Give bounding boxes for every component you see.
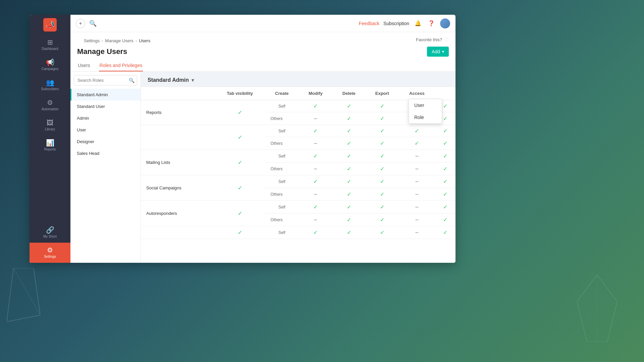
roles-search-wrap: 🔍 — [70, 72, 141, 89]
export-cell: – — [399, 214, 435, 226]
role-item-user[interactable]: User — [70, 124, 141, 136]
sidebar: 📣 ⊞ Dashboard 📢 Campaigns 👥 Subscribers … — [30, 15, 70, 263]
row-type: Self — [265, 100, 299, 112]
app-logo[interactable]: 📣 — [43, 18, 57, 32]
modify-cell: ✓ — [333, 137, 366, 150]
create-cell: – — [299, 214, 332, 226]
tabs: Users Roles and Privileges — [70, 60, 455, 72]
page-title: Manage Users — [77, 47, 127, 56]
row-type: Self — [265, 125, 299, 137]
modify-cell: ✓ — [333, 188, 366, 201]
table-row: ✓Self✓✓✓–✓ — [141, 226, 455, 239]
role-item-standard-user[interactable]: Standard User — [70, 101, 141, 112]
delete-cell: ✓ — [365, 188, 399, 201]
table-row: Autoresponders✓Self✓✓✓–✓ — [141, 201, 455, 214]
sidebar-item-settings[interactable]: ⚙ Settings — [30, 243, 70, 263]
favorite-area: Favorite this? ♡ — [416, 37, 449, 43]
add-button[interactable]: Add ▾ — [427, 47, 449, 57]
add-dropdown-user[interactable]: User — [409, 99, 442, 111]
add-dropdown-role[interactable]: Role — [409, 111, 442, 123]
create-cell: ✓ — [299, 125, 332, 137]
heart-icon[interactable]: ♡ — [444, 37, 449, 43]
access-cell: ✓ — [435, 201, 455, 214]
sidebar-item-campaigns[interactable]: 📢 Campaigns — [30, 55, 70, 75]
col-delete: Delete — [333, 87, 366, 100]
roles-panel: 🔍 Standard Admin Standard User Admin Use… — [70, 72, 141, 263]
add-button-topbar[interactable]: + — [76, 19, 85, 28]
svg-line-1 — [13, 268, 40, 315]
role-header: Standard Admin ▾ — [141, 72, 455, 87]
role-item-designer[interactable]: Designer — [70, 136, 141, 147]
delete-cell: ✓ — [365, 226, 399, 239]
row-type: Others — [265, 214, 299, 226]
access-cell: ✓ — [435, 188, 455, 201]
feature-name — [141, 125, 215, 150]
delete-cell: ✓ — [365, 137, 399, 150]
svg-marker-0 — [7, 268, 40, 322]
role-item-standard-admin[interactable]: Standard Admin — [70, 89, 141, 101]
add-dropdown: User Role — [409, 99, 442, 124]
subscription-link[interactable]: Subscription — [383, 21, 409, 26]
tab-vis-cell: ✓ — [215, 226, 265, 239]
create-cell: – — [299, 188, 332, 201]
tab-vis-cell: ✓ — [215, 125, 265, 150]
table-row: Mailing Lists✓Self✓✓✓–✓ — [141, 150, 455, 163]
tab-vis-cell: ✓ — [215, 150, 265, 175]
sidebar-item-reports[interactable]: 📊 Reports — [30, 135, 70, 156]
reports-icon: 📊 — [46, 139, 54, 146]
access-cell: ✓ — [435, 214, 455, 226]
modify-cell: ✓ — [333, 163, 366, 175]
create-cell: – — [299, 163, 332, 175]
create-cell: – — [299, 137, 332, 150]
role-chevron-icon[interactable]: ▾ — [192, 77, 194, 83]
create-cell: ✓ — [299, 201, 332, 214]
row-type: Others — [265, 188, 299, 201]
user-avatar[interactable] — [440, 18, 450, 28]
tab-users[interactable]: Users — [77, 60, 91, 71]
svg-marker-2 — [577, 275, 617, 342]
add-chevron-icon: ▾ — [442, 49, 444, 54]
row-type: Self — [265, 150, 299, 163]
export-cell: – — [399, 201, 435, 214]
sidebar-label-campaigns: Campaigns — [42, 67, 59, 71]
modify-cell: ✓ — [333, 150, 366, 163]
access-cell: ✓ — [435, 150, 455, 163]
access-cell: ✓ — [435, 175, 455, 188]
tab-roles[interactable]: Roles and Privileges — [99, 60, 143, 71]
feedback-link[interactable]: Feedback — [359, 21, 379, 26]
sidebar-item-automation[interactable]: ⚙ Automation — [30, 95, 70, 115]
role-item-sales-head[interactable]: Sales Head — [70, 147, 141, 159]
create-cell: ✓ — [299, 226, 332, 239]
modify-cell: ✓ — [333, 125, 366, 137]
table-row: Social Campaigns✓Self✓✓✓–✓ — [141, 175, 455, 188]
tab-vis-cell: ✓ — [215, 175, 265, 201]
breadcrumb-settings[interactable]: Settings — [84, 38, 100, 43]
breadcrumb-row: Settings › Manage Users › Users Favorite… — [70, 32, 455, 45]
col-tab-visibility: Tab visibility — [215, 87, 265, 100]
sidebar-item-library[interactable]: 🖼 Library — [30, 115, 70, 135]
table-row: ✓Self✓✓✓✓✓ — [141, 125, 455, 137]
notifications-icon[interactable]: 🔔 — [413, 19, 423, 28]
sidebar-label-library: Library — [45, 127, 55, 131]
sidebar-item-myshort[interactable]: 🔗 My Short — [30, 223, 70, 243]
delete-cell: ✓ — [365, 150, 399, 163]
help-icon[interactable]: ❓ — [427, 19, 436, 28]
search-roles-input[interactable] — [74, 75, 137, 85]
sidebar-item-dashboard[interactable]: ⊞ Dashboard — [30, 35, 70, 55]
feature-name — [141, 226, 215, 239]
col-access: Access — [399, 87, 435, 100]
access-cell: ✓ — [435, 137, 455, 150]
library-icon: 🖼 — [47, 119, 53, 126]
search-icon-topbar[interactable]: 🔍 — [89, 20, 97, 27]
row-type: Self — [265, 201, 299, 214]
role-item-admin[interactable]: Admin — [70, 112, 141, 124]
create-cell: ✓ — [299, 100, 332, 112]
delete-cell: ✓ — [365, 201, 399, 214]
subscribers-icon: 👥 — [46, 79, 54, 86]
sidebar-item-subscribers[interactable]: 👥 Subscribers — [30, 75, 70, 95]
breadcrumb-manage-users[interactable]: Manage Users — [105, 38, 133, 43]
sidebar-label-automation: Automation — [42, 107, 59, 111]
bg-decoration-1 — [7, 268, 40, 322]
delete-cell: ✓ — [365, 125, 399, 137]
delete-cell: ✓ — [365, 163, 399, 175]
